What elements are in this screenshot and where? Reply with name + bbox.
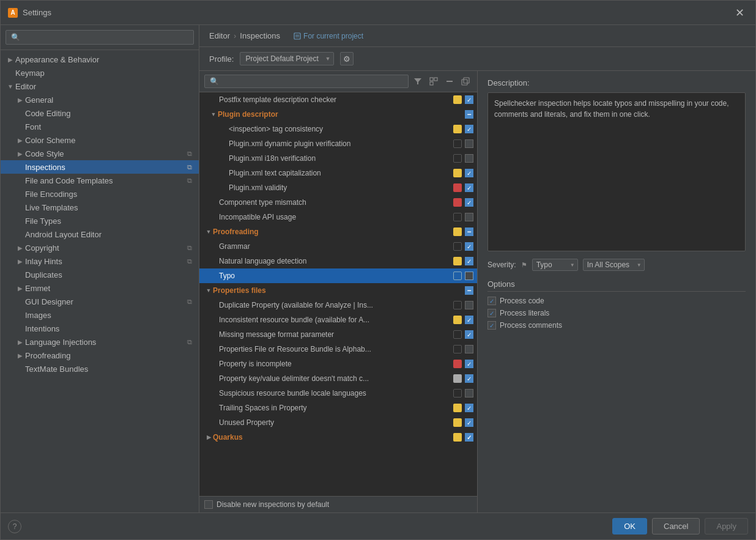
sidebar-item-file-types[interactable]: File Types (1, 214, 199, 227)
inspections-content: Postfix template description checker ▼ P… (199, 71, 755, 512)
category-minus[interactable] (465, 227, 473, 236)
inspection-checkbox[interactable] (465, 301, 473, 309)
project-link[interactable]: For current project (294, 32, 363, 40)
inspection-row-incompatible-api[interactable]: Incompatible API usage (199, 210, 477, 224)
inspection-row-trailing-spaces[interactable]: Trailing Spaces in Property (199, 401, 477, 415)
copy-button[interactable] (459, 75, 472, 88)
severity-select[interactable]: Typo Warning Error (532, 259, 578, 271)
sidebar-item-intentions[interactable]: Intentions (1, 322, 199, 335)
inspection-row-duplicate-property[interactable]: Duplicate Property (available for Analyz… (199, 298, 477, 313)
sidebar-item-inlay-hints[interactable]: Inlay Hints ⧉ (1, 254, 199, 268)
sidebar-item-general[interactable]: General (1, 93, 199, 106)
inspection-row-grammar[interactable]: Grammar (199, 239, 477, 254)
inspection-row-inconsistent-bundle[interactable]: Inconsistent resource bundle (available … (199, 313, 477, 327)
inspection-row-unused-property[interactable]: Unused Property (199, 415, 477, 430)
inspection-row-properties-alphabetical[interactable]: Properties File or Resource Bundle is Al… (199, 342, 477, 357)
filter-button[interactable] (411, 75, 424, 88)
inspection-row-typo[interactable]: Typo (199, 268, 477, 283)
sidebar-item-label: Language Injections (25, 338, 96, 347)
sidebar-item-code-style[interactable]: Code Style ⧉ (1, 147, 199, 160)
inspection-label: Natural language detection (219, 257, 453, 265)
inspection-row-quarkus[interactable]: ▶ Quarkus (199, 430, 477, 445)
inspection-checkbox[interactable] (465, 330, 473, 339)
sidebar-item-duplicates[interactable]: Duplicates (1, 268, 199, 281)
inspection-checkbox[interactable] (465, 257, 473, 265)
inspection-row-properties-files[interactable]: ▼ Properties files (199, 283, 477, 298)
cancel-button[interactable]: Cancel (652, 518, 700, 534)
project-link-icon (294, 32, 301, 40)
sidebar-item-color-scheme[interactable]: Color Scheme (1, 133, 199, 147)
inspection-checkbox[interactable] (465, 198, 473, 207)
sidebar-item-editor[interactable]: Editor (1, 80, 199, 93)
sidebar-item-language-injections[interactable]: Language Injections ⧉ (1, 335, 199, 349)
inspection-row-suspicious-locale[interactable]: Suspicious resource bundle locale langua… (199, 386, 477, 401)
close-button[interactable]: ✕ (732, 5, 748, 21)
inspection-checkbox[interactable] (465, 433, 473, 442)
sidebar-item-inspections[interactable]: Inspections ⧉ (1, 160, 199, 174)
sidebar-item-file-code-templates[interactable]: File and Code Templates ⧉ (1, 174, 199, 187)
inspection-checkbox[interactable] (465, 213, 473, 221)
inspection-row-property-incomplete[interactable]: Property is incomplete (199, 357, 477, 371)
ok-button[interactable]: OK (612, 518, 647, 534)
inspection-checkbox[interactable] (465, 154, 473, 163)
inspection-checkbox[interactable] (465, 183, 473, 192)
inspection-row-postfix[interactable]: Postfix template description checker (199, 92, 477, 107)
inspection-row-plugin-dynamic[interactable]: Plugin.xml dynamic plugin verification (199, 136, 477, 151)
apply-button[interactable]: Apply (705, 518, 748, 534)
sidebar-item-code-editing[interactable]: Code Editing (1, 106, 199, 120)
disable-checkbox[interactable] (204, 500, 213, 509)
inspection-checkbox[interactable] (465, 345, 473, 353)
inspection-checkbox[interactable] (465, 374, 473, 383)
inspection-checkbox[interactable] (465, 389, 473, 398)
category-minus[interactable] (465, 286, 473, 295)
option-checkbox-process-literals[interactable] (487, 309, 496, 317)
inspection-row-property-delimiter[interactable]: Property key/value delimiter doesn't mat… (199, 371, 477, 386)
sidebar-item-font[interactable]: Font (1, 120, 199, 133)
expand-arrow: ▼ (204, 286, 213, 295)
sidebar-item-appearance[interactable]: Appearance & Behavior (1, 53, 199, 66)
sidebar-item-label: Inspections (25, 163, 65, 172)
inspection-checkbox[interactable] (465, 316, 473, 324)
sidebar-item-keymap[interactable]: Keymap (1, 66, 199, 80)
inspection-checkbox[interactable] (465, 125, 473, 133)
inspection-row-natural-lang[interactable]: Natural language detection (199, 254, 477, 268)
inspection-row-component-mismatch[interactable]: Component type mismatch (199, 195, 477, 210)
inspection-checkbox[interactable] (465, 418, 473, 427)
inspection-checkbox[interactable] (465, 404, 473, 412)
inspection-checkbox[interactable] (465, 242, 473, 251)
scope-select[interactable]: In All Scopes In Tests (583, 259, 645, 271)
inspection-row-tag-consistency[interactable]: <inspection> tag consistency (199, 122, 477, 136)
expand-all-button[interactable] (427, 75, 440, 88)
sidebar-item-emmet[interactable]: Emmet (1, 281, 199, 295)
inspection-row-plugin-cap[interactable]: Plugin.xml text capitalization (199, 166, 477, 180)
inspection-checkbox[interactable] (465, 272, 473, 280)
sidebar-item-android-layout[interactable]: Android Layout Editor (1, 227, 199, 241)
option-checkbox-process-code[interactable] (487, 297, 496, 305)
severity-color (453, 360, 462, 368)
inspection-row-plugin-descriptor[interactable]: ▼ Plugin descriptor (199, 107, 477, 122)
inspection-row-missing-message[interactable]: Missing message format parameter (199, 327, 477, 342)
sidebar-item-file-encodings[interactable]: File Encodings (1, 187, 199, 201)
sidebar-item-live-templates[interactable]: Live Templates (1, 201, 199, 214)
profile-gear-button[interactable]: ⚙ (340, 52, 354, 65)
category-minus[interactable] (465, 110, 473, 119)
help-button[interactable]: ? (8, 520, 21, 533)
sidebar-item-images[interactable]: Images (1, 308, 199, 322)
inspection-checkbox[interactable] (465, 169, 473, 177)
sidebar-item-proofreading[interactable]: Proofreading (1, 349, 199, 362)
sidebar-item-copyright[interactable]: Copyright ⧉ (1, 241, 199, 254)
profile-select[interactable]: Project Default Project (240, 52, 334, 65)
severity-color (453, 272, 462, 280)
sidebar-item-textmate[interactable]: TextMate Bundles (1, 362, 199, 375)
sidebar-item-gui-designer[interactable]: GUI Designer ⧉ (1, 295, 199, 308)
inspection-row-plugin-validity[interactable]: Plugin.xml validity (199, 180, 477, 195)
collapse-all-button[interactable] (443, 75, 456, 88)
option-checkbox-process-comments[interactable] (487, 321, 496, 330)
inspections-search-input[interactable] (204, 75, 409, 88)
inspection-checkbox[interactable] (465, 95, 473, 104)
sidebar-search-input[interactable] (6, 30, 194, 45)
inspection-checkbox[interactable] (465, 360, 473, 368)
inspection-checkbox[interactable] (465, 139, 473, 148)
inspection-row-plugin-i18n[interactable]: Plugin.xml i18n verification (199, 151, 477, 166)
inspection-row-proofreading[interactable]: ▼ Proofreading (199, 224, 477, 239)
